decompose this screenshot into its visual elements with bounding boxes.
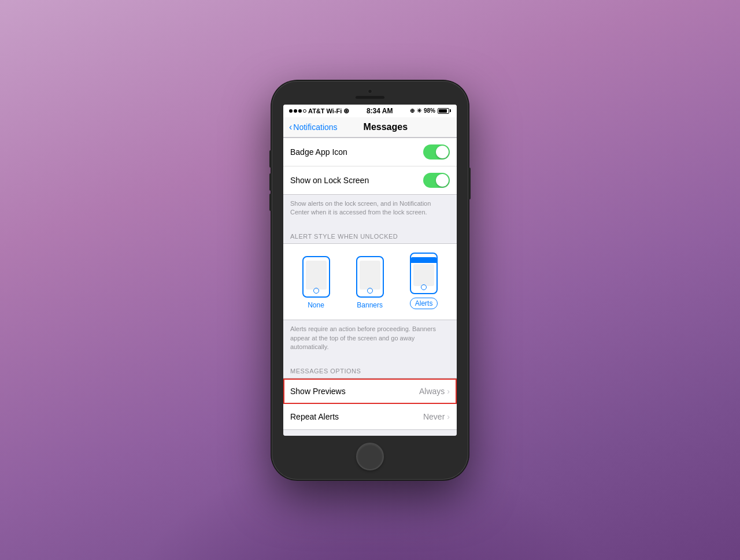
- alert-none-label: None: [308, 301, 324, 309]
- signal-dot-1: [289, 109, 293, 113]
- signal-dot-3: [298, 109, 302, 113]
- show-previews-label: Show Previews: [290, 387, 346, 396]
- messages-options-header: MESSAGES OPTIONS: [283, 358, 457, 378]
- none-home-button: [313, 288, 319, 294]
- back-label: Notifications: [293, 123, 337, 132]
- phone-device: AT&T Wi-Fi ⊛ 8:34 AM ⊕ ✳ 98% ‹ Notific: [272, 81, 468, 480]
- wifi-icon: ⊛: [343, 107, 349, 115]
- show-on-lock-screen-label: Show on Lock Screen: [290, 176, 369, 185]
- banners-home-button: [367, 288, 373, 294]
- alert-none-item[interactable]: None: [302, 256, 330, 309]
- repeat-alerts-row[interactable]: Repeat Alerts Never ›: [283, 404, 457, 429]
- signal-dots: [289, 109, 306, 113]
- repeat-alerts-chevron-icon: ›: [447, 412, 450, 421]
- phone-bottom: [356, 436, 384, 480]
- location-icon: ⊕: [410, 107, 415, 114]
- front-camera: [368, 89, 372, 94]
- show-previews-row[interactable]: Show Previews Always ›: [283, 379, 457, 404]
- repeat-alerts-value: Never: [423, 412, 445, 421]
- phone-screen: AT&T Wi-Fi ⊛ 8:34 AM ⊕ ✳ 98% ‹ Notific: [283, 105, 457, 436]
- alert-description: Alerts require an action before proceedi…: [283, 320, 457, 358]
- banners-screen: [360, 261, 380, 290]
- status-left: AT&T Wi-Fi ⊛: [289, 107, 349, 115]
- toggle-knob: [436, 146, 449, 158]
- show-previews-value-container: Always ›: [419, 387, 450, 396]
- home-button[interactable]: [356, 443, 384, 470]
- badge-app-icon-label: Badge App Icon: [290, 147, 347, 157]
- nav-title: Messages: [338, 122, 434, 132]
- show-on-lock-screen-toggle[interactable]: [423, 173, 450, 188]
- battery-icon: [438, 108, 451, 114]
- alert-icons-row: None Banners: [289, 250, 451, 314]
- battery-fill: [439, 109, 447, 113]
- battery-tip: [450, 109, 451, 112]
- back-button[interactable]: ‹ Notifications: [289, 122, 338, 132]
- alert-style-header: ALERT STYLE WHEN UNLOCKED: [283, 224, 457, 243]
- alert-alerts-phone-icon: [410, 253, 438, 294]
- alert-banners-phone-icon: [356, 256, 384, 298]
- show-previews-chevron-icon: ›: [447, 387, 450, 396]
- alert-style-container: None Banners: [283, 243, 457, 320]
- alert-alerts-label: Alerts: [410, 298, 438, 309]
- battery-percent: 98%: [424, 107, 435, 114]
- badge-group: Badge App Icon Show on Lock Screen: [283, 138, 457, 195]
- show-on-lock-screen-row[interactable]: Show on Lock Screen: [283, 166, 457, 194]
- alerts-home-button: [421, 284, 427, 290]
- phone-top: [272, 81, 468, 105]
- alerts-screen: [413, 264, 434, 286]
- messages-options-group: Show Previews Always › Repeat Alerts Nev…: [283, 378, 457, 430]
- repeat-alerts-label: Repeat Alerts: [290, 412, 339, 421]
- alert-none-phone-icon: [302, 256, 330, 298]
- lock-screen-description: Show alerts on the lock screen, and in N…: [283, 195, 457, 224]
- battery-body: [438, 108, 449, 114]
- status-bar: AT&T Wi-Fi ⊛ 8:34 AM ⊕ ✳ 98%: [283, 105, 457, 117]
- repeat-alerts-value-container: Never ›: [423, 412, 450, 421]
- signal-dot-2: [294, 109, 297, 113]
- badge-app-icon-row[interactable]: Badge App Icon: [283, 138, 457, 166]
- bluetooth-icon: ✳: [417, 107, 421, 114]
- carrier-label: AT&T Wi-Fi: [308, 107, 342, 114]
- none-screen: [306, 261, 327, 290]
- alert-banners-item[interactable]: Banners: [356, 256, 384, 309]
- status-time: 8:34 AM: [367, 107, 393, 115]
- earpiece-speaker: [356, 96, 384, 99]
- alert-alerts-item[interactable]: Alerts: [410, 253, 438, 309]
- alerts-banner: [411, 257, 436, 263]
- toggle-knob-2: [436, 174, 449, 187]
- nav-bar: ‹ Notifications Messages: [283, 117, 457, 138]
- screen-content: Badge App Icon Show on Lock Screen Show …: [283, 138, 457, 436]
- status-right: ⊕ ✳ 98%: [410, 107, 451, 114]
- badge-app-icon-toggle[interactable]: [423, 144, 450, 160]
- back-chevron-icon: ‹: [289, 122, 292, 132]
- signal-dot-4: [303, 109, 306, 113]
- show-previews-value: Always: [419, 387, 445, 396]
- alert-banners-label: Banners: [357, 301, 383, 309]
